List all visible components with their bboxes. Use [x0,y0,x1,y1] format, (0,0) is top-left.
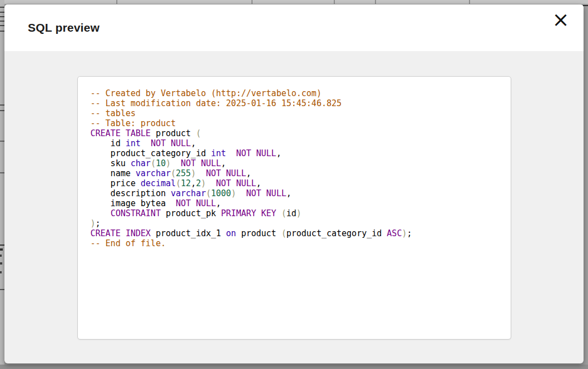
column-divider-fragment [375,0,376,4]
grid-line-fragment [0,289,4,290]
close-button[interactable]: × [549,8,572,31]
code-line: CREATE TABLE product ( [91,128,504,138]
sql-code: -- Created by Vertabelo (http://vertabel… [91,88,504,248]
sql-code-panel: -- Created by Vertabelo (http://vertabel… [77,76,511,340]
grid-line-fragment [0,25,4,26]
code-line: -- tables [91,108,504,118]
text-fragment [0,248,3,251]
grid-line-fragment [0,12,4,13]
column-divider-fragment [334,0,335,4]
grid-line-fragment [0,104,4,106]
code-line: ); [91,218,504,228]
dialog-title: SQL preview [28,21,100,34]
grid-line-fragment [0,245,4,246]
code-line: -- End of file. [91,238,504,248]
background-table-header-edge [0,0,588,4]
code-line: name varchar(255) NOT NULL, [91,168,504,178]
text-fragment [0,255,2,257]
code-line: -- Table: product [91,118,504,128]
code-line: image bytea NOT NULL, [91,198,504,208]
dialog-body: -- Created by Vertabelo (http://vertabel… [4,76,584,363]
code-line: product_category_id int NOT NULL, [91,148,504,158]
grid-line-fragment [0,172,4,173]
text-fragment [0,262,2,265]
close-icon: × [552,9,569,30]
grid-line-fragment [583,5,588,6]
code-line: description varchar(1000) NOT NULL, [91,188,504,198]
grid-line-fragment [0,110,4,111]
code-line: CONSTRAINT product_pk PRIMARY KEY (id) [91,208,504,218]
column-divider-fragment [251,0,253,4]
text-fragment [0,271,2,273]
background-page-left-edge [0,0,4,365]
background-page-bottom-edge [0,365,588,369]
grid-line-fragment [0,16,4,17]
code-line: sku char(10) NOT NULL, [91,158,504,168]
code-line: id int NOT NULL, [91,138,504,148]
grid-line-fragment [0,141,4,142]
column-divider-fragment [116,0,117,4]
grid-line-fragment [0,7,4,8]
dialog-header: SQL preview × [4,4,584,51]
code-line: CREATE INDEX product_idx_1 on product (p… [91,228,504,238]
code-line: price decimal(12,2) NOT NULL, [91,178,504,188]
code-line: -- Created by Vertabelo (http://vertabel… [91,88,504,98]
code-line: -- Last modification date: 2025-01-16 15… [91,98,504,108]
sql-preview-dialog: SQL preview × -- Created by Vertabelo (h… [4,4,584,363]
column-divider-fragment [469,0,470,4]
grid-line-fragment [0,31,4,32]
grid-line-fragment [0,21,4,22]
